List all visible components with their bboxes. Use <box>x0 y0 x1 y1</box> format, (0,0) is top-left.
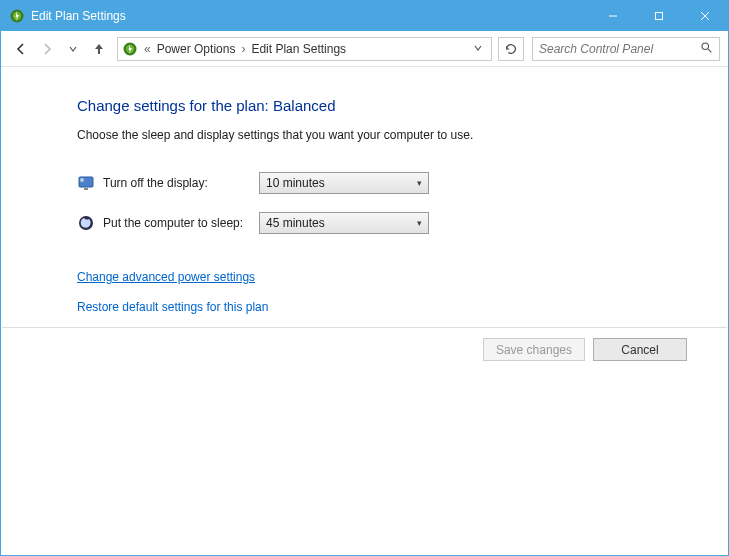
chevron-down-icon: ▾ <box>417 178 422 188</box>
content-area: Change settings for the plan: Balanced C… <box>1 67 728 354</box>
display-timeout-dropdown[interactable]: 10 minutes ▾ <box>259 172 429 194</box>
back-button[interactable] <box>9 37 33 61</box>
nav-row: « Power Options › Edit Plan Settings <box>1 31 728 67</box>
window-title: Edit Plan Settings <box>31 9 126 23</box>
restore-defaults-link[interactable]: Restore default settings for this plan <box>77 300 268 314</box>
sleep-timeout-value: 45 minutes <box>266 216 325 230</box>
save-button[interactable]: Save changes <box>483 338 585 361</box>
svg-rect-12 <box>84 188 88 190</box>
power-options-icon <box>122 41 138 57</box>
close-button[interactable] <box>682 1 728 31</box>
cancel-button[interactable]: Cancel <box>593 338 687 361</box>
chevron-right-icon[interactable]: › <box>239 42 247 56</box>
power-options-icon <box>9 8 25 24</box>
chevron-down-icon: ▾ <box>417 218 422 228</box>
address-bar[interactable]: « Power Options › Edit Plan Settings <box>117 37 492 61</box>
svg-line-9 <box>708 49 711 52</box>
forward-button[interactable] <box>35 37 59 61</box>
advanced-settings-link[interactable]: Change advanced power settings <box>77 270 255 284</box>
up-button[interactable] <box>87 37 111 61</box>
refresh-button[interactable] <box>498 37 524 61</box>
page-title: Change settings for the plan: Balanced <box>77 97 718 114</box>
search-box[interactable] <box>532 37 720 61</box>
button-bar: Save changes Cancel <box>2 327 727 371</box>
search-input[interactable] <box>539 42 696 56</box>
chevron-left-icon[interactable]: « <box>142 42 153 56</box>
svg-rect-3 <box>656 13 663 20</box>
search-icon[interactable] <box>700 41 713 57</box>
address-expand-button[interactable] <box>469 42 487 56</box>
display-timeout-label: Turn off the display: <box>103 176 251 190</box>
minimize-button[interactable] <box>590 1 636 31</box>
maximize-button[interactable] <box>636 1 682 31</box>
display-timeout-value: 10 minutes <box>266 176 325 190</box>
sleep-icon <box>77 214 95 232</box>
sleep-timeout-dropdown[interactable]: 45 minutes ▾ <box>259 212 429 234</box>
breadcrumb-item[interactable]: Power Options <box>157 42 236 56</box>
breadcrumb-item[interactable]: Edit Plan Settings <box>251 42 346 56</box>
display-icon <box>77 174 95 192</box>
recent-locations-button[interactable] <box>61 37 85 61</box>
page-description: Choose the sleep and display settings th… <box>77 128 718 142</box>
svg-point-11 <box>80 178 84 182</box>
titlebar: Edit Plan Settings <box>1 1 728 31</box>
display-timeout-row: Turn off the display: 10 minutes ▾ <box>77 172 718 194</box>
sleep-timeout-row: Put the computer to sleep: 45 minutes ▾ <box>77 212 718 234</box>
svg-point-8 <box>702 43 709 50</box>
sleep-timeout-label: Put the computer to sleep: <box>103 216 251 230</box>
